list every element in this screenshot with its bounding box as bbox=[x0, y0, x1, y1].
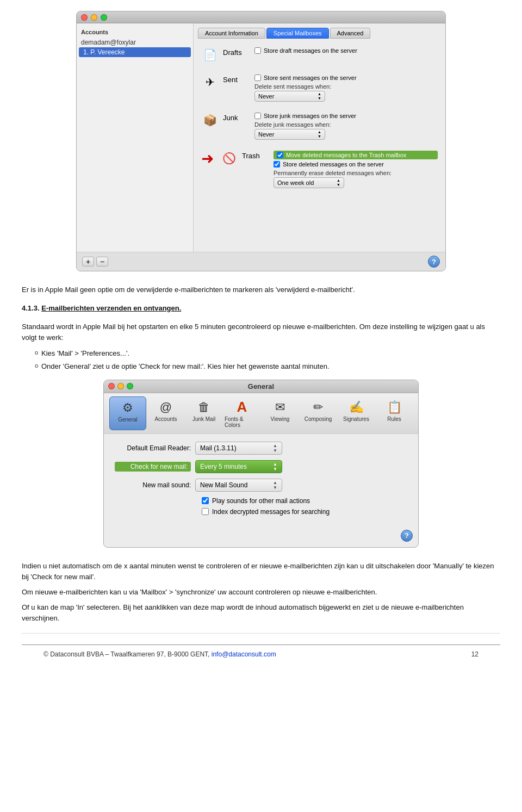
check-mail-dropdown[interactable]: Every 5 minutes ▲▼ bbox=[195, 460, 282, 473]
paragraph-1: Er is in Apple Mail geen optie om de ver… bbox=[22, 284, 500, 295]
gen-close-btn[interactable] bbox=[108, 383, 115, 389]
minimize-btn[interactable] bbox=[91, 14, 97, 21]
new-mail-sound-dropdown[interactable]: New Mail Sound ▲▼ bbox=[195, 479, 282, 492]
toolbar-junk-label: Junk Mail bbox=[192, 416, 215, 422]
drafts-checkbox-row: Store draft messages on the server bbox=[254, 47, 438, 54]
general-icon: ⚙ bbox=[118, 399, 138, 417]
panel-titlebar bbox=[77, 11, 445, 23]
junk-mail-icon: 🗑 bbox=[194, 399, 214, 416]
toolbar-viewing-label: Viewing bbox=[271, 416, 290, 422]
junk-dropdown[interactable]: Never ▲▼ bbox=[254, 129, 325, 140]
panel-body: Accounts demadam@foxylar 1. P. Vereecke … bbox=[77, 23, 445, 252]
play-sounds-checkbox[interactable] bbox=[202, 497, 209, 504]
remove-button[interactable]: − bbox=[96, 257, 108, 266]
drafts-label: Drafts bbox=[223, 46, 250, 57]
trash-checkbox1[interactable] bbox=[277, 152, 283, 158]
bullet-item-2: Onder 'General' ziet u de optie 'Check f… bbox=[35, 361, 500, 372]
bullet-list: Kies 'Mail' > 'Preferences...'. Onder 'G… bbox=[35, 348, 500, 372]
main-content: Account Information Special Mailboxes Ad… bbox=[194, 23, 445, 252]
junk-icon: 📦 bbox=[201, 111, 219, 129]
index-decrypted-label: Index decrypted messages for searching bbox=[212, 508, 330, 516]
toolbar-signatures-label: Signatures bbox=[343, 416, 369, 422]
drafts-checkbox[interactable] bbox=[254, 47, 261, 54]
bullet-item-1: Kies 'Mail' > 'Preferences...'. bbox=[35, 348, 500, 359]
index-decrypted-checkbox[interactable] bbox=[202, 508, 209, 515]
toolbar-general[interactable]: ⚙ General bbox=[109, 396, 146, 430]
trash-label: Trash bbox=[242, 150, 269, 160]
tab-advanced[interactable]: Advanced bbox=[330, 28, 371, 39]
bottom-paragraph-1: Indien u niet automatisch om de x aantal… bbox=[22, 561, 500, 582]
gen-maximize-btn[interactable] bbox=[127, 383, 133, 389]
trash-icon: 🚫 bbox=[220, 150, 238, 167]
section-title: E-mailberichten verzenden en ontvangen. bbox=[41, 304, 181, 312]
help-button[interactable]: ? bbox=[428, 256, 440, 268]
junk-delete-label: Delete junk messages when: bbox=[254, 121, 438, 128]
drafts-row: 📄 Drafts Store draft messages on the ser… bbox=[198, 44, 441, 66]
arrow-row: ➜ bbox=[201, 150, 216, 168]
default-email-row: Default Email Reader: Mail (1.3.11) ▲▼ bbox=[115, 442, 407, 455]
new-mail-sound-row: New mail sound: New Mail Sound ▲▼ bbox=[115, 479, 407, 492]
toolbar-signatures[interactable]: ✍ Signatures bbox=[338, 396, 375, 430]
viewing-icon: ✉ bbox=[270, 399, 290, 416]
sidebar-header: Accounts bbox=[77, 28, 193, 38]
general-toolbar: ⚙ General @ Accounts 🗑 Junk Mail A Fonts… bbox=[104, 393, 418, 434]
trash-delete-label: Permanently erase deleted messages when: bbox=[274, 170, 438, 176]
tab-special-mailboxes[interactable]: Special Mailboxes bbox=[266, 28, 329, 39]
body-text-2: Standaard wordt in Apple Mail bij het op… bbox=[22, 321, 500, 372]
sent-dropdown[interactable]: Never ▲▼ bbox=[254, 91, 325, 102]
toolbar-rules[interactable]: 📋 Rules bbox=[376, 396, 413, 430]
toolbar-general-label: General bbox=[118, 417, 138, 423]
general-preferences-panel: General ⚙ General @ Accounts 🗑 Junk Mail… bbox=[103, 380, 419, 548]
sidebar-item-account[interactable]: demadam@foxylar bbox=[77, 38, 193, 47]
index-decrypted-row: Index decrypted messages for searching bbox=[202, 508, 407, 516]
check-mail-value: Every 5 minutes bbox=[200, 463, 247, 470]
drafts-checkbox-label: Store draft messages on the server bbox=[264, 47, 357, 54]
copyright-text: © Dataconsult BVBA – Twaalfkameren 97, B… bbox=[44, 650, 276, 658]
general-help-button[interactable]: ? bbox=[401, 530, 413, 542]
add-button[interactable]: + bbox=[82, 257, 94, 266]
toolbar-composing-label: Composing bbox=[304, 416, 332, 422]
trash-checkbox2-label: Store deleted messages on the server bbox=[283, 161, 384, 168]
footer-email[interactable]: info@dataconsult.com bbox=[212, 650, 276, 658]
panel-footer: + − ? bbox=[77, 252, 445, 271]
gen-minimize-btn[interactable] bbox=[117, 383, 124, 389]
sent-label: Sent bbox=[223, 73, 250, 84]
tab-account-info[interactable]: Account Information bbox=[198, 28, 265, 39]
default-email-dropdown[interactable]: Mail (1.3.11) ▲▼ bbox=[195, 442, 282, 455]
window-buttons bbox=[108, 383, 133, 389]
paragraph-2: Standaard wordt in Apple Mail bij het op… bbox=[22, 321, 500, 343]
sent-checkbox[interactable] bbox=[254, 75, 261, 81]
new-mail-sound-label: New mail sound: bbox=[115, 481, 191, 489]
general-body: Default Email Reader: Mail (1.3.11) ▲▼ C… bbox=[104, 434, 418, 526]
check-mail-row: Check for new mail: Every 5 minutes ▲▼ bbox=[115, 460, 407, 473]
trash-options: Move deleted messages to the Trash mailb… bbox=[274, 150, 438, 188]
composing-icon: ✏ bbox=[308, 399, 328, 416]
toolbar-accounts[interactable]: @ Accounts bbox=[147, 396, 184, 430]
footer-buttons: + − bbox=[82, 257, 108, 266]
footer-divider bbox=[22, 633, 500, 634]
toolbar-fonts-colors[interactable]: A Fonts & Colors bbox=[223, 396, 260, 430]
toolbar-viewing[interactable]: ✉ Viewing bbox=[262, 396, 299, 430]
drafts-icon: 📄 bbox=[201, 46, 219, 64]
section-number: 4.1.3. bbox=[22, 304, 40, 312]
rules-icon: 📋 bbox=[384, 399, 404, 416]
maximize-btn[interactable] bbox=[101, 14, 107, 21]
trash-dropdown[interactable]: One week old ▲▼ bbox=[274, 177, 344, 188]
tab-bar: Account Information Special Mailboxes Ad… bbox=[198, 28, 441, 39]
red-arrow-icon: ➜ bbox=[201, 150, 214, 168]
accounts-icon: @ bbox=[156, 399, 176, 416]
junk-options: Store junk messages on the server Delete… bbox=[254, 111, 438, 140]
toolbar-junk-mail[interactable]: 🗑 Junk Mail bbox=[185, 396, 222, 430]
sidebar-item-selected[interactable]: 1. P. Vereecke bbox=[79, 47, 191, 57]
junk-checkbox[interactable] bbox=[254, 113, 261, 119]
toolbar-composing[interactable]: ✏ Composing bbox=[300, 396, 337, 430]
trash-checkbox2[interactable] bbox=[274, 161, 280, 168]
close-btn[interactable] bbox=[81, 14, 88, 21]
general-footer: ? bbox=[104, 526, 418, 547]
general-titlebar: General bbox=[104, 380, 418, 393]
sent-checkbox-label: Store sent messages on the server bbox=[264, 75, 357, 81]
fonts-icon: A bbox=[232, 399, 252, 416]
bottom-text: Indien u niet automatisch om de x aantal… bbox=[22, 561, 500, 624]
new-mail-sound-value: New Mail Sound bbox=[200, 481, 247, 489]
trash-checkbox1-label: Move deleted messages to the Trash mailb… bbox=[286, 152, 406, 158]
